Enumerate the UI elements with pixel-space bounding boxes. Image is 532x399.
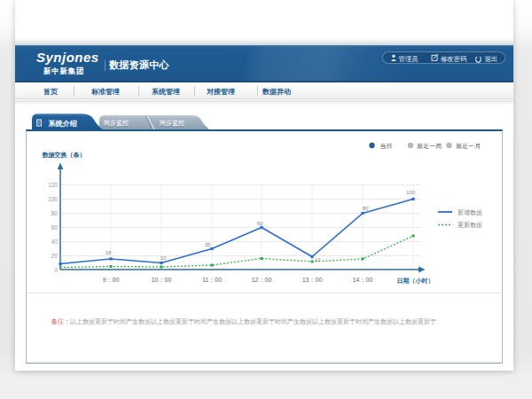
svg-text:最近一月: 最近一月 [456,143,481,150]
svg-text:9：00: 9：00 [103,277,120,283]
svg-text:0: 0 [54,267,58,273]
svg-text:10: 10 [160,255,167,261]
svg-text:40: 40 [51,239,59,245]
svg-text:修改密码: 修改密码 [441,55,466,63]
svg-text:100: 100 [48,196,58,202]
svg-text:100: 100 [406,190,416,195]
svg-text:新增数据: 新增数据 [458,208,482,216]
svg-text:14：00: 14：00 [353,277,373,283]
svg-text:更新数据: 更新数据 [458,221,482,229]
svg-text:管理员: 管理员 [399,55,419,63]
svg-text:35: 35 [205,242,211,247]
svg-text:20: 20 [51,253,59,259]
svg-text:80: 80 [363,206,369,211]
svg-text:系统介绍: 系统介绍 [48,119,77,128]
svg-text:最近一周: 最近一周 [417,143,442,149]
svg-text:同步监控: 同步监控 [104,120,129,127]
svg-text:18: 18 [106,250,112,255]
svg-text:13：00: 13：00 [302,277,323,283]
svg-text:同步监控: 同步监控 [160,120,184,127]
svg-text:80: 80 [51,210,59,216]
svg-text:10：00: 10：00 [152,277,172,283]
svg-text:12：00: 12：00 [252,277,272,283]
svg-text:120: 120 [48,182,58,188]
svg-text:日期（小时）: 日期（小时） [397,278,434,285]
svg-text:退出: 退出 [485,55,498,63]
svg-text:数据交换（条）: 数据交换（条） [43,151,86,159]
svg-text:10: 10 [315,257,321,262]
svg-text:11：00: 11：00 [202,277,222,283]
svg-text:60: 60 [51,224,59,231]
svg-text:60: 60 [257,221,263,226]
svg-text:当日: 当日 [380,143,393,150]
